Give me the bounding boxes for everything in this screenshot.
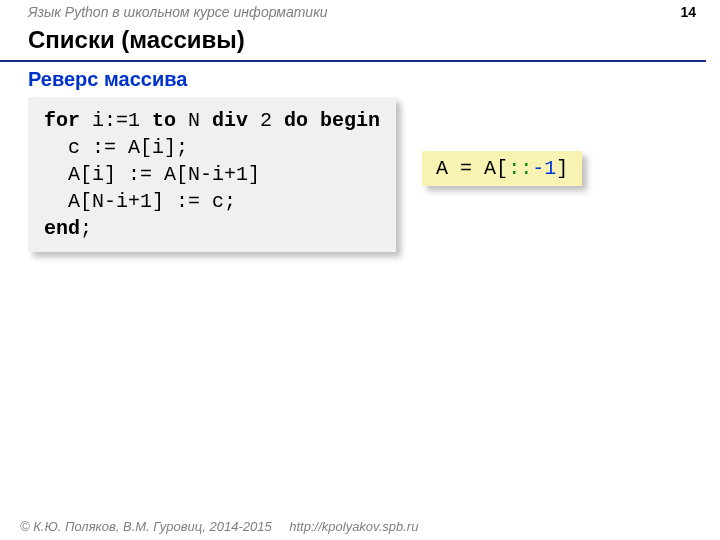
copyright-text: © К.Ю. Поляков, В.М. Гуровиц, 2014-2015 (20, 519, 272, 534)
content-row: for i:=1 to N div 2 do begin c := A[i]; … (0, 97, 720, 252)
pascal-code-box: for i:=1 to N div 2 do begin c := A[i]; … (28, 97, 396, 252)
slide-footer: © К.Ю. Поляков, В.М. Гуровиц, 2014-2015 … (20, 519, 418, 534)
slide-subtitle: Реверс массива (0, 62, 720, 97)
course-title: Язык Python в школьном курсе информатики (28, 4, 328, 20)
pascal-line-4: A[N-i+1] := c; (44, 188, 380, 215)
slide-title: Списки (массивы) (0, 22, 706, 62)
slide-header: Язык Python в школьном курсе информатики… (0, 0, 720, 22)
python-code-box: A = A[::-1] (422, 151, 582, 186)
pascal-line-5: end; (44, 215, 380, 242)
pascal-line-3: A[i] := A[N-i+1] (44, 161, 380, 188)
footer-url: http://kpolyakov.spb.ru (289, 519, 418, 534)
pascal-line-2: c := A[i]; (44, 134, 380, 161)
page-number: 14 (680, 4, 696, 20)
pascal-line-1: for i:=1 to N div 2 do begin (44, 107, 380, 134)
